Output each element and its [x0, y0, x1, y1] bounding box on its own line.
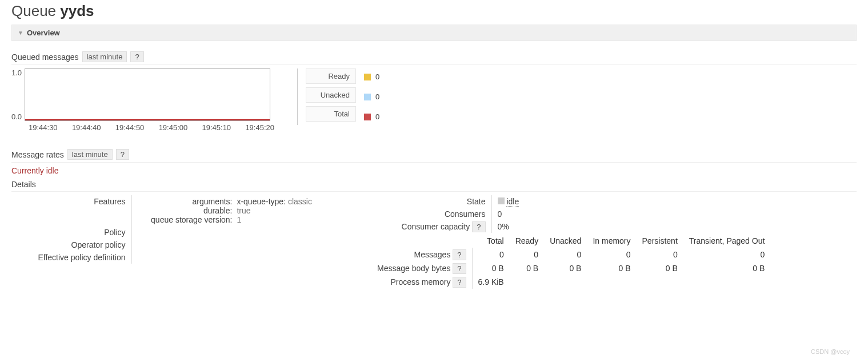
details-grid: Features arguments: x-queue-type: classi… — [11, 195, 857, 289]
x-tick: 19:45:10 — [202, 123, 231, 132]
legend-unacked-label[interactable]: Unacked — [306, 87, 356, 103]
capacity-value: 0% — [491, 220, 525, 233]
message-rates-help[interactable]: ? — [116, 149, 129, 160]
cell — [544, 275, 587, 289]
state-value: idle — [506, 197, 519, 207]
storage-label: queue storage version: — [138, 215, 235, 224]
cell: 0 B — [472, 261, 510, 275]
stats-row-messages: Messages ? 0 0 0 0 0 0 — [371, 248, 770, 261]
chevron-down-icon: ▼ — [18, 30, 23, 36]
effective-policy-label: Effective policy definition — [11, 251, 131, 264]
arguments-key: x-queue-type: — [237, 197, 286, 206]
y-tick: 0.0 — [11, 112, 22, 121]
policy-label: Policy — [11, 226, 131, 239]
consumers-value: 0 — [491, 208, 525, 220]
effective-policy-value — [131, 251, 318, 264]
cell: 6.9 KiB — [472, 275, 510, 289]
queued-messages-chart-row: 1.0 0.0 19:44:30 19:44:40 19:44:50 19:45… — [11, 68, 857, 132]
state-value-cell: idle — [491, 195, 525, 208]
capacity-label: Consumer capacity — [402, 222, 470, 231]
col-persistent: Persistent — [637, 234, 683, 248]
stats-header-row: Total Ready Unacked In memory Persistent… — [371, 234, 770, 248]
cell: 0 — [544, 248, 587, 261]
row-process-memory-label: Process memory — [390, 277, 450, 287]
stats-row-body-bytes: Message body bytes ? 0 B 0 B 0 B 0 B 0 B… — [371, 261, 770, 275]
legend-total-row: 0 — [364, 108, 379, 125]
chart-container: 1.0 0.0 19:44:30 19:44:40 19:44:50 19:45… — [11, 68, 274, 132]
details-heading: Details — [11, 180, 857, 192]
queued-messages-heading: Queued messages last minute ? — [11, 51, 857, 65]
cell: 0 — [683, 248, 771, 261]
message-rates-heading: Message rates last minute ? — [11, 149, 857, 163]
x-tick: 19:45:00 — [159, 123, 188, 132]
cell: 0 B — [587, 261, 636, 275]
chart-x-axis: 19:44:30 19:44:40 19:44:50 19:45:00 19:4… — [11, 123, 274, 132]
message-rates-label: Message rates — [11, 150, 64, 159]
cell — [637, 275, 683, 289]
overview-section-toggle[interactable]: ▼ Overview — [11, 25, 857, 41]
cell: 0 B — [683, 261, 771, 275]
col-total: Total — [472, 234, 510, 248]
stats-table: Total Ready Unacked In memory Persistent… — [371, 234, 771, 289]
title-prefix: Queue — [11, 2, 56, 19]
queue-name: yyds — [60, 2, 94, 19]
features-value: arguments: x-queue-type: classic durable… — [131, 195, 318, 226]
col-in-memory: In memory — [587, 234, 636, 248]
x-tick: 19:44:50 — [115, 123, 145, 132]
queued-messages-help[interactable]: ? — [130, 51, 143, 62]
storage-value: 1 — [237, 215, 241, 224]
swatch-icon — [364, 94, 371, 100]
policy-value — [131, 226, 318, 239]
durable-label: durable: — [138, 206, 235, 215]
legend-unacked-value: 0 — [375, 92, 379, 101]
consumers-label: Consumers — [371, 208, 491, 220]
watermark: CSDN @vcoy — [811, 348, 850, 355]
chart-plot-area — [25, 68, 270, 121]
cell: 0 — [587, 248, 636, 261]
queued-messages-label: Queued messages — [11, 53, 79, 62]
chart-legend: Ready Unacked Total 0 0 0 — [297, 68, 379, 125]
row-body-bytes-help[interactable]: ? — [453, 263, 466, 274]
cell — [587, 275, 636, 289]
overview-section-label: Overview — [27, 29, 60, 37]
message-rates-range[interactable]: last minute — [67, 149, 113, 160]
y-tick: 1.0 — [11, 68, 22, 77]
cell: 0 B — [510, 261, 544, 275]
chart-y-axis: 1.0 0.0 — [11, 68, 25, 121]
legend-ready-label[interactable]: Ready — [306, 68, 356, 84]
operator-policy-value — [131, 239, 318, 251]
state-swatch-icon — [498, 197, 505, 204]
legend-total-value: 0 — [375, 112, 379, 121]
details-left-table: Features arguments: x-queue-type: classi… — [11, 195, 318, 264]
swatch-icon — [364, 114, 371, 120]
features-label: Features — [11, 195, 131, 226]
row-messages-label: Messages — [414, 250, 451, 259]
state-label: State — [371, 195, 491, 208]
cell: 0 — [510, 248, 544, 261]
x-tick: 19:45:20 — [245, 123, 274, 132]
cell: 0 B — [544, 261, 587, 275]
capacity-help[interactable]: ? — [472, 221, 485, 232]
legend-unacked-row: 0 — [364, 88, 379, 105]
col-unacked: Unacked — [544, 234, 587, 248]
message-rates-status: Currently idle — [11, 166, 857, 175]
row-messages-help[interactable]: ? — [453, 249, 466, 260]
x-tick: 19:44:30 — [29, 123, 58, 132]
row-body-bytes-label: Message body bytes — [377, 264, 450, 273]
legend-total-label[interactable]: Total — [306, 106, 356, 122]
legend-ready-row: 0 — [364, 68, 379, 85]
queued-messages-range[interactable]: last minute — [82, 51, 127, 62]
stats-row-process-memory: Process memory ? 6.9 KiB — [371, 275, 770, 289]
cell: 0 — [637, 248, 683, 261]
chart-total-line — [25, 119, 270, 120]
cell — [683, 275, 771, 289]
operator-policy-label: Operator policy — [11, 239, 131, 251]
swatch-icon — [364, 74, 371, 80]
col-ready: Ready — [510, 234, 544, 248]
arguments-value: classic — [288, 197, 312, 206]
durable-value: true — [237, 206, 250, 215]
page-title: Queue yyds — [11, 2, 857, 20]
arguments-label: arguments: — [138, 197, 235, 206]
x-tick: 19:44:40 — [72, 123, 101, 132]
row-process-memory-help[interactable]: ? — [453, 277, 466, 288]
